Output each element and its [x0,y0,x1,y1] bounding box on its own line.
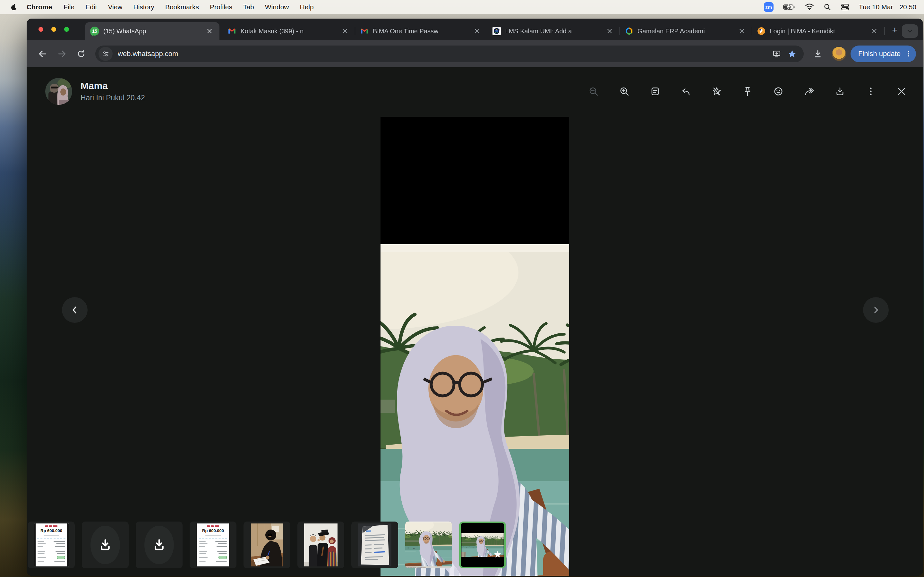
control-center-icon[interactable] [841,3,849,11]
receipt-amount: Rp 600.000 [34,528,69,533]
next-media-button[interactable] [863,297,889,323]
finish-update-button[interactable]: Finish update [851,45,916,62]
thumbnail-photo-writing[interactable] [244,522,290,568]
tab-whatsapp[interactable]: 15 (15) WhatsApp [85,22,220,40]
gmail-icon [360,27,368,35]
site-settings-icon[interactable] [99,47,113,61]
forward-icon[interactable] [804,86,814,97]
media-thumbnail-strip: Rp 600.000 [27,522,506,568]
close-tab-icon[interactable] [340,26,350,36]
close-tab-icon[interactable] [737,26,746,36]
tab-title: Login | BIMA - Kemdikt [770,27,869,35]
receipt-image: Rp 600.000 [34,524,69,566]
tab-separator [884,27,885,35]
thumbnail-receipt[interactable]: Rp 600.000 [190,522,236,568]
tab-title: Kotak Masuk (399) - n [240,27,340,35]
chat-avatar[interactable] [45,78,72,105]
menu-item-bookmarks[interactable]: Bookmarks [160,3,204,11]
menu-item-tab[interactable]: Tab [238,3,260,11]
photo-document [358,524,391,566]
pin-icon[interactable] [742,86,753,97]
browser-menu-kebab-icon[interactable] [905,50,912,57]
reload-icon[interactable] [73,46,89,61]
bookmark-star-icon[interactable] [785,47,799,61]
tab-title: BIMA One Time Passw [373,27,473,35]
tab-login-bima[interactable]: Login | BIMA - Kemdikt [752,22,884,40]
battery-icon[interactable] [783,4,795,10]
viewer-toolbar [588,86,907,97]
tab-search-button[interactable] [902,24,918,38]
thumbnail-photo-document[interactable] [351,522,398,568]
tab-gmail-inbox[interactable]: Kotak Masuk (399) - n [223,22,355,40]
thumbnail-photo-graduation[interactable] [297,522,344,568]
install-app-icon[interactable] [770,47,784,61]
close-viewer-icon[interactable] [896,86,907,97]
wifi-icon[interactable] [805,3,814,11]
go-to-message-icon[interactable] [650,86,661,97]
thumbnail-not-downloaded[interactable] [82,522,129,568]
close-window-button[interactable] [39,27,43,32]
viewer-titles: Mama Hari Ini Pukul 20.42 [81,81,145,102]
close-tab-icon[interactable] [472,26,482,36]
whatsapp-badge-icon: 15 [90,27,99,35]
back-icon[interactable] [35,46,50,61]
menu-app-name[interactable]: Chrome [21,3,58,11]
browser-toolbar: web.whatsapp.com Finish update [27,40,923,67]
close-tab-icon[interactable] [205,26,214,36]
menu-item-help[interactable]: Help [294,3,319,11]
photo-writing [250,524,283,566]
close-tab-icon[interactable] [605,26,614,36]
unstar-icon[interactable] [711,86,722,97]
zoom-in-icon[interactable] [619,86,630,97]
menu-item-view[interactable]: View [102,3,128,11]
zoom-out-icon[interactable] [588,86,599,97]
download-icon[interactable] [835,86,845,97]
tab-bima-otp[interactable]: BIMA One Time Passw [355,22,487,40]
thumbnail-photo-beach[interactable] [405,522,452,568]
download-media-icon[interactable] [90,526,120,564]
window-controls [39,27,69,32]
profile-avatar[interactable] [832,47,846,61]
receipt-amount: Rp 600.000 [196,528,230,533]
starred-badge-icon [493,550,502,558]
tabs: 15 (15) WhatsApp Kotak Masuk (399) - n [85,22,923,40]
thumbnail-photo-beach-selected[interactable] [459,522,506,568]
menu-bar-clock[interactable]: Tue 10 Mar 20.50 [859,3,916,11]
tab-lms-kalam-umi[interactable]: LMS Kalam UMI: Add a [487,22,620,40]
menu-item-file[interactable]: File [58,3,80,11]
downloads-icon[interactable] [810,46,825,61]
close-tab-icon[interactable] [869,26,879,36]
menu-item-window[interactable]: Window [260,3,294,11]
forward-icon[interactable] [54,46,69,61]
menu-item-profiles[interactable]: Profiles [204,3,238,11]
emoji-icon[interactable] [773,86,784,97]
media-stage[interactable] [381,117,569,503]
receipt-image: Rp 600.000 [196,524,230,566]
url-text[interactable]: web.whatsapp.com [118,50,770,58]
photo-beach [405,522,452,568]
address-bar[interactable]: web.whatsapp.com [95,45,804,62]
tab-title: (15) WhatsApp [103,27,205,35]
tab-title: LMS Kalam UMI: Add a [505,27,605,35]
thumbnail-not-downloaded[interactable] [136,522,183,568]
menu-item-edit[interactable]: Edit [80,3,102,11]
previous-media-button[interactable] [62,297,87,323]
finish-update-label: Finish update [858,50,901,58]
new-tab-button[interactable]: + [888,23,902,37]
fullscreen-window-button[interactable] [64,27,69,32]
minimize-window-button[interactable] [51,27,56,32]
menu-bar-date: Tue 10 Mar [859,3,893,11]
spotlight-search-icon[interactable] [824,3,831,11]
viewer-header: Mama Hari Ini Pukul 20.42 [27,67,923,115]
viewer-menu-kebab-icon[interactable] [865,86,876,97]
tab-gamelan-erp[interactable]: Gamelan ERP Academi [620,22,752,40]
apple-logo-icon[interactable] [8,3,21,11]
menu-item-history[interactable]: History [128,3,160,11]
thumbnail-receipt[interactable]: Rp 600.000 [28,522,75,568]
reply-icon[interactable] [680,86,691,97]
zoom-app-icon[interactable]: zm [764,2,774,12]
sender-name: Mama [81,81,145,91]
tab-title: Gamelan ERP Academi [638,27,737,35]
tab-strip: 15 (15) WhatsApp Kotak Masuk (399) - n [27,19,923,40]
download-media-icon[interactable] [144,526,174,564]
